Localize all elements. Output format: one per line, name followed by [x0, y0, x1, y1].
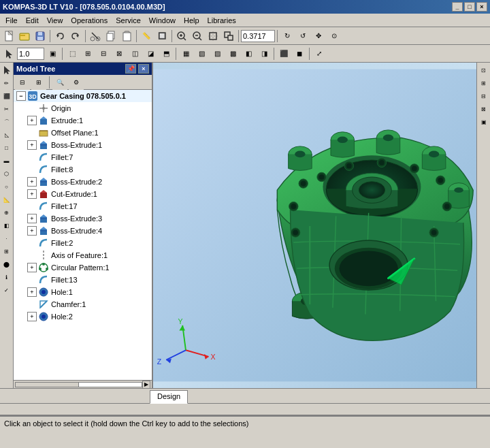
- tree-item[interactable]: Fillet:8: [14, 163, 152, 176]
- tree-scroll-right[interactable]: ▶: [142, 381, 150, 389]
- pan-button[interactable]: ✥: [311, 29, 326, 44]
- zoom-in-button[interactable]: [174, 29, 189, 44]
- tree-hscrollbar[interactable]: ▶: [14, 380, 152, 388]
- tbtn-2[interactable]: ⊞: [80, 46, 95, 61]
- 3d-viewport[interactable]: X Y Z: [153, 63, 476, 388]
- tree-expand-btn[interactable]: +: [27, 214, 37, 223]
- tab-design[interactable]: Design: [150, 390, 188, 404]
- tree-item[interactable]: +Boss-Extrude:4: [14, 225, 152, 237]
- minimize-button[interactable]: _: [452, 2, 463, 12]
- tree-expand-btn[interactable]: [27, 238, 37, 248]
- tree-item[interactable]: Fillet:2: [14, 237, 152, 249]
- menu-operations[interactable]: Operations: [67, 15, 112, 26]
- vtb-extrude[interactable]: ⬛: [1, 90, 13, 102]
- tree-expand-btn[interactable]: +: [27, 116, 37, 125]
- paste-button[interactable]: [119, 29, 134, 44]
- vtb-pattern[interactable]: ⬡: [1, 167, 13, 180]
- cut-button[interactable]: [88, 29, 103, 44]
- save-button[interactable]: [33, 29, 48, 44]
- tbtn-4[interactable]: ⊠: [112, 46, 127, 61]
- tree-item[interactable]: +Circular Pattern:1: [14, 261, 152, 274]
- vtb-rib[interactable]: ▬: [1, 155, 13, 167]
- new-button[interactable]: [1, 29, 16, 44]
- vtb-measure[interactable]: 📐: [1, 193, 13, 206]
- menu-file[interactable]: File: [1, 15, 22, 26]
- rotate-cw-button[interactable]: ↻: [280, 29, 295, 44]
- tbtn-3[interactable]: ⊟: [96, 46, 111, 61]
- tree-expand-btn[interactable]: +: [27, 312, 37, 321]
- tbtn-14[interactable]: ⬛: [276, 46, 291, 61]
- tree-item[interactable]: +Hole:1: [14, 286, 152, 298]
- tree-expand-btn[interactable]: [27, 153, 37, 162]
- vtb-sketch[interactable]: ✏: [1, 77, 13, 89]
- tree-expand-btn[interactable]: +: [27, 177, 37, 187]
- tree-expand-btn[interactable]: +: [27, 263, 37, 272]
- vtb-hole[interactable]: ○: [1, 180, 13, 193]
- tree-item[interactable]: +Hole:2: [14, 310, 152, 323]
- tree-close-button[interactable]: ×: [138, 64, 149, 74]
- tbtn-13[interactable]: ◨: [257, 46, 272, 61]
- tree-item[interactable]: Offset Plane:1: [14, 127, 152, 139]
- tree-collapse-all[interactable]: ⊟: [15, 75, 30, 90]
- restore-button[interactable]: □: [464, 2, 475, 12]
- vtb-right-1[interactable]: ⊡: [478, 64, 490, 76]
- tree-settings[interactable]: ⚙: [69, 75, 84, 90]
- measure-button[interactable]: 📏: [139, 29, 154, 44]
- tree-filter[interactable]: 🔍: [52, 75, 67, 90]
- tree-item[interactable]: Axis of Feature:1: [14, 249, 152, 261]
- tbtn-10[interactable]: ▨: [210, 46, 225, 61]
- vtb-axis[interactable]: ⊕: [1, 206, 13, 219]
- zoom-fit-button[interactable]: [206, 29, 220, 44]
- menu-service[interactable]: Service: [112, 15, 145, 26]
- vtb-properties[interactable]: ℹ: [1, 271, 13, 283]
- vtb-shell[interactable]: □: [1, 142, 13, 154]
- undo-button[interactable]: [52, 29, 67, 44]
- tree-item[interactable]: Fillet:7: [14, 151, 152, 163]
- tree-list[interactable]: −3DGear Casing 078.505.0.1Origin+Extrude…: [14, 90, 152, 380]
- tree-item[interactable]: +Extrude:1: [14, 114, 152, 127]
- vtb-right-3[interactable]: ⊟: [478, 90, 490, 102]
- tbtn-12[interactable]: ◧: [241, 46, 256, 61]
- tree-item[interactable]: Origin: [14, 102, 152, 114]
- tbtn-7[interactable]: ⬒: [159, 46, 174, 61]
- redo-button[interactable]: [68, 29, 83, 44]
- vtb-point[interactable]: ·: [1, 232, 13, 244]
- zoom-out-button[interactable]: [190, 29, 205, 44]
- vtb-right-5[interactable]: ▣: [478, 116, 490, 128]
- tree-item[interactable]: +Cut-Extrude:1: [14, 188, 152, 200]
- vtb-solid[interactable]: ⬤: [1, 258, 13, 270]
- tree-expand-btn[interactable]: +: [27, 140, 37, 150]
- vtb-right-4[interactable]: ⊠: [478, 103, 490, 115]
- tree-pin-button[interactable]: 📌: [125, 64, 136, 74]
- set-scale-button[interactable]: ▣: [45, 46, 60, 61]
- menu-edit[interactable]: Edit: [22, 15, 43, 26]
- view3d-button[interactable]: 🔲: [154, 29, 169, 44]
- tree-item[interactable]: Chamfer:1: [14, 298, 152, 310]
- tbtn-11[interactable]: ▩: [225, 46, 240, 61]
- vtb-fillet[interactable]: ⌒: [1, 116, 13, 128]
- menu-libraries[interactable]: Libraries: [203, 15, 240, 26]
- vtb-plane[interactable]: ◧: [1, 219, 13, 231]
- zoom-value-input[interactable]: [241, 30, 275, 42]
- tbtn-9[interactable]: ▧: [194, 46, 209, 61]
- tree-expand-btn[interactable]: −: [16, 91, 26, 101]
- tbtn-1[interactable]: ⬚: [65, 46, 80, 61]
- tbtn-5[interactable]: ◫: [127, 46, 142, 61]
- tree-item[interactable]: −3DGear Casing 078.505.0.1: [14, 90, 152, 102]
- tbtn-15[interactable]: ◼: [292, 46, 307, 61]
- vtb-right-2[interactable]: ⊞: [478, 77, 490, 89]
- tree-item[interactable]: Fillet:17: [14, 200, 152, 212]
- tree-expand-btn[interactable]: [27, 103, 37, 113]
- tree-expand-btn[interactable]: [27, 202, 37, 211]
- vtb-select[interactable]: [1, 64, 13, 76]
- close-button[interactable]: ×: [476, 2, 487, 12]
- tree-item[interactable]: Fillet:13: [14, 274, 152, 286]
- vtb-check[interactable]: ✓: [1, 284, 13, 296]
- vtb-cut[interactable]: ✂: [1, 103, 13, 115]
- tree-expand-btn[interactable]: [27, 275, 37, 285]
- tree-expand-btn[interactable]: [27, 300, 37, 309]
- copy-button[interactable]: [103, 29, 118, 44]
- orbit-button[interactable]: ⊙: [327, 29, 342, 44]
- tree-expand-btn[interactable]: [27, 165, 37, 174]
- zoom-all-button[interactable]: [221, 29, 236, 44]
